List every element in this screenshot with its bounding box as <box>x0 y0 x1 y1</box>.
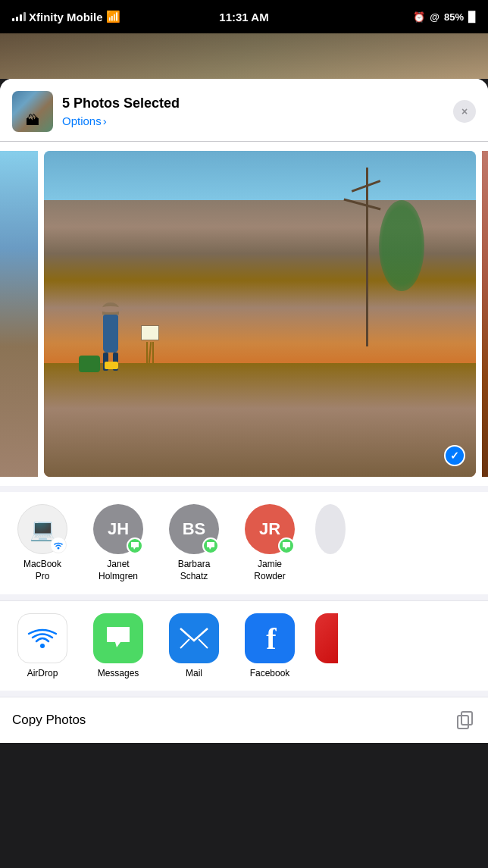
jamie-label: JamieRowder <box>254 559 285 582</box>
people-section[interactable]: 💻 MacBookPro JH <box>0 492 488 594</box>
backpack <box>79 356 100 372</box>
macbook-wifi-icon <box>50 537 67 553</box>
svg-point-1 <box>40 644 45 648</box>
janet-label: JanetHolmgren <box>99 559 138 582</box>
side-right-image <box>482 151 488 477</box>
green-tree <box>379 200 424 291</box>
status-time: 11:31 AM <box>219 11 268 24</box>
mail-label: Mail <box>186 668 202 678</box>
thumbnail-image <box>12 91 53 132</box>
share-options-button[interactable]: Options › <box>62 114 444 127</box>
share-header: 5 Photos Selected Options › × <box>0 79 488 142</box>
section-divider-1 <box>0 486 488 492</box>
status-carrier: Xfinity Mobile 📶 <box>12 10 120 24</box>
apps-section[interactable]: AirDrop Messages Mail <box>0 600 488 691</box>
macbook-icon: 💻 <box>30 517 56 542</box>
close-icon: × <box>461 105 468 118</box>
status-right: ⏰ @ 85% ▉ <box>413 11 476 23</box>
share-sheet: 5 Photos Selected Options › × <box>0 79 488 743</box>
person-barbara-schatz[interactable]: BS BarbaraSchatz <box>164 504 224 582</box>
photo-main[interactable]: ✓ <box>44 151 476 477</box>
svg-point-0 <box>58 547 60 550</box>
share-title: 5 Photos Selected <box>62 96 444 112</box>
macbook-label: MacBookPro <box>23 559 61 582</box>
svg-rect-3 <box>458 716 468 729</box>
photo-left-partial[interactable] <box>0 151 38 477</box>
status-bar: Xfinity Mobile 📶 11:31 AM ⏰ @ 85% ▉ <box>0 0 488 33</box>
app-airdrop[interactable]: AirDrop <box>12 613 73 678</box>
app-facebook[interactable]: f Facebook <box>239 613 300 678</box>
dead-tree <box>366 168 368 347</box>
background-photo-strip <box>0 33 488 79</box>
grand-canyon-image <box>44 151 476 477</box>
airdrop-icon <box>17 613 67 663</box>
app-messages[interactable]: Messages <box>88 613 149 678</box>
copy-photos-label: Copy Photos <box>12 713 86 728</box>
signal-bars <box>12 12 26 21</box>
janet-avatar: JH <box>93 504 143 554</box>
copy-icon <box>455 710 476 731</box>
chevron-right-icon: › <box>103 114 107 127</box>
svg-rect-4 <box>461 712 472 725</box>
facebook-label: Facebook <box>250 668 290 678</box>
wifi-icon <box>53 540 64 550</box>
side-left-image <box>0 151 38 477</box>
painter-figure <box>95 302 126 363</box>
macbook-avatar: 💻 <box>17 504 67 554</box>
share-title-area: 5 Photos Selected Options › <box>62 96 444 128</box>
copy-photos-row[interactable]: Copy Photos <box>0 697 488 743</box>
close-button[interactable]: × <box>453 100 476 123</box>
partial-app-icon <box>315 613 338 663</box>
airdrop-label: AirDrop <box>27 668 58 678</box>
mail-icon <box>169 613 219 663</box>
person-jamie-rowder[interactable]: JR JamieRowder <box>239 504 300 582</box>
message-badge-janet <box>127 537 143 554</box>
photo-strip[interactable]: ✓ <box>0 142 488 486</box>
selection-checkmark: ✓ <box>444 445 465 466</box>
easel <box>139 325 161 363</box>
photo-right-partial[interactable] <box>482 151 488 477</box>
jamie-avatar: JR <box>245 504 295 554</box>
barbara-label: BarbaraSchatz <box>178 559 211 582</box>
more-avatar <box>315 504 346 554</box>
alarm-icon: ⏰ <box>413 11 425 23</box>
backpack-item <box>105 362 118 369</box>
messages-label: Messages <box>98 668 139 678</box>
person-more[interactable] <box>315 504 346 554</box>
at-icon: @ <box>430 11 440 23</box>
airdrop-svg <box>26 622 59 655</box>
app-mail[interactable]: Mail <box>164 613 224 678</box>
person-janet-holmgren[interactable]: JH JanetHolmgren <box>88 504 149 582</box>
message-badge-barbara <box>202 537 219 554</box>
facebook-icon: f <box>245 613 295 663</box>
share-thumbnail <box>12 91 53 132</box>
barbara-avatar: BS <box>169 504 219 554</box>
section-divider-2 <box>0 594 488 600</box>
battery-label: 85% <box>444 11 464 23</box>
message-badge-jamie <box>278 537 295 554</box>
messages-icon <box>93 613 143 663</box>
app-partial[interactable] <box>315 613 338 663</box>
battery-icon: ▉ <box>468 11 476 23</box>
person-macbook-pro[interactable]: 💻 MacBookPro <box>12 504 73 582</box>
